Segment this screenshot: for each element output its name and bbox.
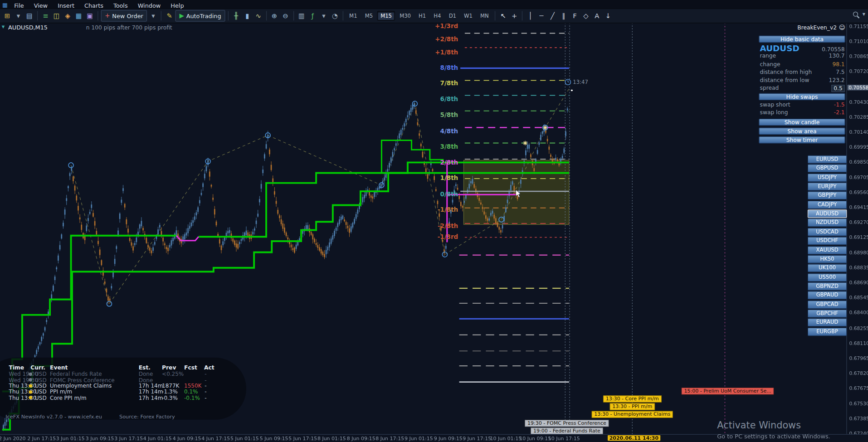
trendline-icon[interactable]: ╱: [547, 10, 557, 21]
news-col-fcst: Fcst: [184, 364, 197, 370]
symbol-button-gbpaud[interactable]: GBPAUD: [808, 291, 847, 299]
show-candle-button[interactable]: Show candle: [759, 119, 845, 126]
profiles-icon[interactable]: ▤: [24, 10, 34, 21]
panel-swap-label: swap long: [760, 109, 788, 115]
menu-item-file[interactable]: File: [9, 2, 29, 9]
symbol-button-gbpjpy[interactable]: GBPJPY: [808, 191, 847, 199]
news-col-curr: Curr.: [30, 364, 45, 370]
bar-chart-icon[interactable]: ╫: [231, 10, 241, 21]
tf-d1[interactable]: D1: [445, 11, 459, 20]
tf-m5[interactable]: M5: [361, 11, 376, 20]
zoom-out-icon[interactable]: ⊖: [280, 10, 290, 21]
panel-symbol: AUDUSD: [760, 43, 800, 53]
search-icon[interactable]: [853, 12, 858, 17]
panel-row-label: distance from low: [760, 77, 809, 83]
price-tick: 0.68545: [849, 295, 868, 301]
menu-item-charts[interactable]: Charts: [79, 2, 108, 9]
fibonacci-icon[interactable]: F: [570, 10, 580, 21]
symbol-button-audusd[interactable]: AUDUSD: [808, 209, 847, 218]
price-axis[interactable]: 0.711550.710100.708650.707200.704300.702…: [846, 23, 868, 434]
symbol-button-xauusd[interactable]: XAUUSD: [808, 246, 847, 254]
symbol-button-us500[interactable]: US500: [808, 273, 847, 281]
menu-item-tools[interactable]: Tools: [108, 2, 133, 9]
tf-w1[interactable]: W1: [461, 11, 476, 20]
menu-item-insert[interactable]: Insert: [53, 2, 79, 9]
news-col-time: Time: [9, 364, 24, 370]
symbol-button-euraud[interactable]: EURAUD: [808, 318, 847, 326]
symbol-button-gbpcad[interactable]: GBPCAD: [808, 300, 847, 308]
symbol-button-nzdusd[interactable]: NZDUSD: [808, 219, 847, 227]
channel-icon[interactable]: ∥: [559, 10, 569, 21]
time-tick: 3 Jun 01:15: [56, 436, 85, 441]
tf-h1[interactable]: H1: [415, 11, 429, 20]
vertical-line-icon[interactable]: │: [526, 10, 536, 21]
activate-windows-hint: Go to PC settings to activate Windows.: [717, 433, 830, 440]
toolbar-divider: [161, 11, 161, 20]
strategy-tester-icon[interactable]: ▣: [85, 10, 95, 21]
show-timer-button[interactable]: Show timer: [759, 136, 845, 144]
symbol-button-gbpnzd[interactable]: GBPNZD: [808, 282, 847, 290]
panel-row-value: 7.5: [836, 69, 844, 75]
tf-m15[interactable]: M15: [377, 11, 395, 20]
metaeditor-icon[interactable]: ✎: [164, 10, 174, 21]
toolbar: ⊞▾▤≡◫◈▦▣+New Order▾✎▶AutoTrading╫▮∿⊕⊖▥ƒ▾…: [0, 9, 868, 24]
symbol-button-eurgbp[interactable]: EURGBP: [808, 327, 847, 335]
line-chart-icon[interactable]: ∿: [254, 10, 263, 21]
new-chart-icon[interactable]: ⊞: [2, 10, 12, 21]
price-tick: 0.70430: [849, 99, 868, 104]
symbol-button-gbpusd[interactable]: GBPUSD: [808, 164, 847, 172]
news-act: -: [205, 389, 206, 394]
autotrading-button[interactable]: ▶AutoTrading: [176, 10, 225, 22]
symbol-button-usdcad[interactable]: USDCAD: [808, 228, 847, 236]
tf-mn[interactable]: MN: [477, 11, 492, 20]
hide-swaps-button[interactable]: Hide swaps: [759, 93, 845, 100]
zoom-in-icon[interactable]: ⊕: [269, 10, 279, 21]
symbol-button-usdjpy[interactable]: USDJPY: [808, 173, 847, 181]
time-tick: 10 Jun 17:15: [548, 436, 580, 441]
menu-item-window[interactable]: Window: [133, 2, 166, 9]
news-prev: -0.3%: [162, 395, 178, 401]
indicators-icon[interactable]: ƒ: [307, 10, 317, 21]
symbol-button-gbpchf[interactable]: GBPCHF: [808, 309, 847, 317]
news-currency: USD: [35, 389, 47, 394]
symbol-button-usdchf[interactable]: USDCHF: [808, 237, 847, 245]
candle-chart-icon[interactable]: ▮: [242, 10, 252, 21]
cursor-icon[interactable]: ↖: [498, 10, 508, 21]
symbol-button-eurusd[interactable]: EURUSD: [808, 155, 847, 163]
tile-windows-icon[interactable]: ▥: [297, 10, 307, 21]
symbol-button-cadjpy[interactable]: CADJPY: [808, 200, 847, 209]
news-event: Federal Funds Rate: [50, 371, 102, 377]
indicators-dropdown-icon[interactable]: ▾: [319, 10, 329, 21]
new-chart-dropdown-icon[interactable]: ▾: [13, 10, 23, 21]
tf-m30[interactable]: M30: [396, 11, 414, 20]
shapes-icon[interactable]: ◇: [581, 10, 591, 21]
market-watch-icon[interactable]: ≡: [40, 10, 50, 21]
new-order-button[interactable]: +New Order: [101, 10, 147, 22]
menu-item-view[interactable]: View: [29, 2, 53, 9]
new-order-dropdown-icon[interactable]: ▾: [148, 10, 158, 21]
symbol-button-uk100[interactable]: UK100: [808, 264, 847, 272]
data-window-icon[interactable]: ◫: [52, 10, 62, 21]
menu-item-help[interactable]: Help: [166, 2, 189, 9]
terminal-icon[interactable]: ▦: [74, 10, 84, 21]
hide-basic-data-button[interactable]: Hide basic data: [759, 35, 845, 43]
time-tick: 9 Jun 01:15: [405, 436, 433, 441]
new-order-icon: +: [105, 12, 110, 19]
symbol-button-hk50[interactable]: HK50: [808, 255, 847, 263]
arrows-icon[interactable]: ↓: [603, 10, 613, 21]
horizontal-line-icon[interactable]: ─: [536, 10, 546, 21]
tf-m1[interactable]: M1: [346, 11, 361, 20]
crosshair-icon[interactable]: +: [509, 10, 519, 21]
tf-h4[interactable]: H4: [430, 11, 444, 20]
symbol-button-eurjpy[interactable]: EURJPY: [808, 182, 847, 190]
show-area-button[interactable]: Show area: [759, 127, 845, 135]
periods-icon[interactable]: ◔: [330, 10, 340, 21]
news-col-prev: Prev: [162, 364, 176, 370]
navigator-icon[interactable]: ◈: [63, 10, 73, 21]
text-icon[interactable]: A: [592, 10, 602, 21]
application-window: ▦ FileViewInsertChartsToolsWindowHelp ⊞▾…: [0, 0, 868, 442]
ea-smiley-icon[interactable]: ☺: [839, 24, 845, 31]
ea-name-text: BreakEven_v2: [797, 24, 837, 30]
autotrading-button-label: AutoTrading: [186, 13, 221, 19]
toolbar-overflow-icon[interactable]: ▾: [863, 11, 865, 17]
